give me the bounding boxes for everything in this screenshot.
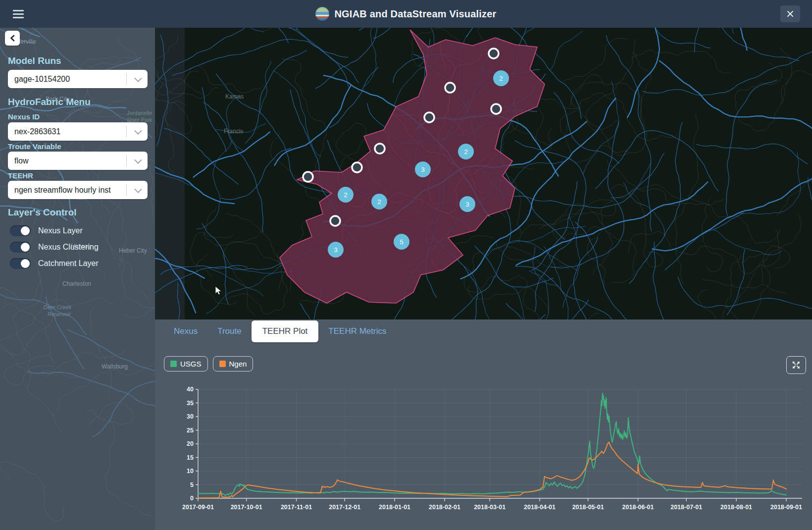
model-runs-select[interactable]: gage-10154200 (8, 70, 148, 88)
legend-toggle-ngen[interactable]: Ngen (213, 356, 254, 371)
nexus-id-select[interactable]: nex-2863631 (8, 122, 148, 141)
teehr-timeseries-chart: 05101520253035402017-09-012017-10-012017… (155, 319, 812, 530)
map-place-label: Jordanelle (127, 110, 152, 116)
nexus-cluster-marker[interactable]: 2 (493, 70, 509, 86)
nexus-point-marker[interactable] (424, 112, 434, 122)
chevron-down-icon (127, 76, 148, 82)
tab-nexus[interactable]: Nexus (164, 321, 207, 341)
chevron-left-icon (9, 35, 15, 42)
y-axis-tick-label: 10 (187, 468, 194, 475)
teehr-select[interactable]: ngen streamflow hourly inst (8, 181, 148, 199)
legend-label: USGS (180, 360, 202, 368)
sidebar: SnydervillePark CityJordanelleState Park… (0, 28, 155, 530)
y-axis-tick-label: 30 (187, 413, 194, 420)
y-axis-tick-label: 35 (187, 400, 194, 407)
nexus-point-marker[interactable] (489, 49, 499, 58)
tab-troute[interactable]: Troute (207, 321, 252, 341)
svg-text:3: 3 (421, 166, 424, 173)
x-axis-tick-label: 2017-10-01 (231, 504, 262, 511)
nexus-point-marker[interactable] (491, 104, 501, 114)
troute-variable-label: Troute Variable (8, 142, 61, 151)
nexus-point-marker[interactable] (375, 144, 385, 154)
legend-toggle-usgs[interactable]: USGS (164, 356, 208, 371)
x-axis-tick-label: 2017-12-01 (329, 504, 360, 511)
nexus-id-value: nex-2863631 (8, 127, 126, 136)
x-axis-tick-label: 2017-09-01 (182, 504, 214, 511)
tab-teehr-metrics[interactable]: TEEHR Metrics (318, 321, 396, 341)
nexus-cluster-marker[interactable]: 3 (328, 242, 344, 258)
x-axis-tick-label: 2018-07-01 (670, 504, 702, 511)
nexus-point-marker[interactable] (352, 162, 362, 172)
legend-swatch (170, 361, 177, 367)
svg-text:2: 2 (499, 75, 503, 82)
map-place-label: Kamas (225, 93, 244, 100)
teehr-label: TEEHR (8, 171, 33, 180)
layer-toggle-row: Nexus Layer (10, 224, 83, 237)
nexus-cluster-marker[interactable]: 5 (394, 234, 409, 250)
nexus-point-marker[interactable] (330, 216, 340, 226)
x-axis-tick-label: 2018-08-01 (720, 504, 752, 511)
nexus-point-marker[interactable] (445, 83, 455, 93)
x-axis-tick-label: 2018-06-01 (622, 504, 654, 511)
chevron-down-icon (127, 129, 148, 134)
svg-text:2: 2 (377, 198, 381, 206)
legend-label: Ngen (229, 360, 247, 368)
nexus-cluster-marker[interactable]: 2 (371, 194, 387, 210)
troute-variable-value: flow (8, 157, 126, 165)
layer-toggle-row: Catchment Layer (10, 257, 99, 270)
y-axis-tick-label: 25 (187, 427, 194, 434)
nexus-cluster-marker[interactable]: 2 (458, 144, 474, 159)
close-button[interactable] (780, 5, 800, 22)
toggle-nexus-layer[interactable] (10, 225, 31, 236)
troute-variable-select[interactable]: flow (8, 152, 148, 170)
map-place-label: Charleston (62, 280, 91, 287)
map-place-label: Francis (224, 128, 243, 135)
y-axis-tick-label: 20 (187, 440, 194, 447)
toggle-label: Catchment Layer (38, 259, 99, 268)
chart-legend: USGSNgen (164, 356, 253, 371)
expand-icon (791, 360, 801, 370)
x-axis-tick-label: 2017-11-01 (281, 504, 312, 511)
map-place-label: Wallsburg (102, 363, 128, 370)
toggle-catchment-layer[interactable] (10, 258, 31, 269)
fullscreen-button[interactable] (786, 356, 806, 374)
nexus-cluster-marker[interactable]: 2 (338, 187, 354, 203)
legend-swatch (219, 361, 226, 367)
nexus-id-label: Nexus ID (8, 112, 40, 121)
close-icon (786, 10, 794, 18)
nexus-point-marker[interactable] (303, 172, 313, 182)
x-axis-tick-label: 2018-09-01 (770, 504, 802, 511)
map-place-label: Reservoir (48, 311, 71, 317)
model-runs-heading: Model Runs (8, 55, 147, 66)
tab-teehr-plot[interactable]: TEEHR Plot (252, 320, 319, 342)
map-canvas[interactable]: KamasFrancis 22322353 (155, 28, 812, 319)
chevron-down-icon (127, 187, 148, 193)
toggle-label: Nexus Clustering (38, 243, 99, 252)
svg-text:2: 2 (344, 191, 347, 199)
svg-text:3: 3 (334, 246, 337, 254)
x-axis-tick-label: 2018-05-01 (572, 504, 604, 511)
series-line-ngen (198, 442, 786, 498)
app-title: NGIAB and DataStream Visualizer (334, 8, 496, 20)
x-axis-tick-label: 2018-04-01 (524, 504, 556, 511)
x-axis-tick-label: 2018-02-01 (429, 504, 460, 511)
svg-text:2: 2 (464, 148, 467, 156)
toggle-label: Nexus Layer (38, 226, 83, 235)
y-axis-tick-label: 5 (190, 481, 194, 488)
svg-text:3: 3 (465, 201, 469, 208)
nexus-cluster-marker[interactable]: 3 (459, 196, 475, 212)
hydrofabric-heading: HydroFabric Menu (8, 97, 147, 107)
teehr-value: ngen streamflow hourly inst (8, 186, 126, 195)
series-line-usgs (198, 393, 786, 496)
layer-toggle-row: Nexus Clustering (10, 241, 99, 254)
panel-tabs: NexusTrouteTEEHR PlotTEEHR Metrics (164, 319, 396, 343)
nexus-cluster-marker[interactable]: 3 (415, 161, 431, 177)
map-place-label: Deer Creek (44, 304, 72, 310)
toggle-nexus-clustering[interactable] (10, 242, 31, 253)
map-place-label: Heber City (119, 247, 147, 254)
x-axis-tick-label: 2018-03-01 (474, 504, 506, 511)
model-runs-value: gage-10154200 (8, 75, 126, 84)
app-logo-icon (315, 7, 329, 21)
collapse-sidebar-button[interactable] (5, 31, 20, 46)
bottom-panel: 05101520253035402017-09-012017-10-012017… (155, 319, 812, 530)
